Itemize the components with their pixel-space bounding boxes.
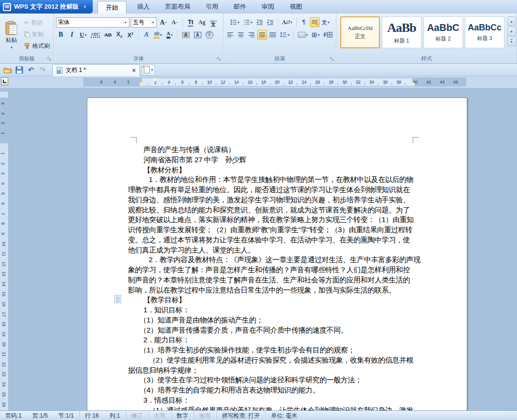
status-item[interactable]: 大写: [148, 411, 171, 420]
pinyin-guide-button[interactable]: Tt: [186, 18, 196, 28]
grow-font-button[interactable]: A+: [158, 18, 168, 28]
status-item[interactable]: 修订: [126, 411, 148, 420]
ribbon-tab[interactable]: 引用: [198, 0, 226, 14]
copy-button[interactable]: 复制: [23, 29, 52, 40]
style-card[interactable]: AaBbC 标题 2: [423, 16, 463, 48]
ribbon-tab[interactable]: 开始: [98, 1, 126, 14]
chevron-down-icon[interactable]: ▾: [238, 20, 239, 25]
ribbon-tab[interactable]: 页面布局: [157, 0, 198, 14]
numbered-list-button[interactable]: ▾: [242, 17, 254, 27]
bold-button[interactable]: B: [56, 30, 66, 40]
shrink-font-button[interactable]: A−: [170, 18, 180, 28]
align-right-button[interactable]: [247, 30, 256, 40]
format-painter-button[interactable]: 格式刷: [23, 41, 52, 51]
text-line[interactable]: 河南省洛阳市第 27 中学 孙少辉: [128, 155, 411, 165]
paragraph-layout-button[interactable]: ¶: [299, 17, 309, 27]
text-tool-button[interactable]: 文 ▾: [321, 17, 331, 27]
underline-button[interactable]: U▾: [78, 30, 88, 40]
text-line[interactable]: 更好地突破以上难点，落实新课标的精神，我在教学策略上努力实现三个转变：（1）由重…: [128, 215, 411, 225]
chevron-down-icon[interactable]: ▾: [291, 20, 293, 25]
text-line[interactable]: （1）知道声音是由物体的振动产生的；: [128, 315, 411, 325]
status-item[interactable]: 页码:1: [0, 411, 27, 420]
ribbon-tab[interactable]: 邮件: [226, 0, 254, 14]
text-line[interactable]: （3）使学生在学习过程中领悟解决问题的途径和科学研究的一般方法；: [128, 375, 411, 385]
show-hide-marks-button[interactable]: [310, 17, 320, 27]
text-line[interactable]: 1．教材的地位和作用：本节是学生接触初中物理的第一节，在教材中以及在以后的物: [128, 175, 411, 185]
horizontal-ruler[interactable]: 642 2468101214161820222426283032343638 4…: [84, 78, 466, 86]
status-item[interactable]: 列:1: [104, 411, 126, 420]
tab-stop-selector[interactable]: [1, 77, 8, 85]
style-card[interactable]: AaBbCcDd 正文: [340, 16, 380, 48]
font-color-button[interactable]: A ▾: [165, 30, 174, 40]
emphasis-mark-button[interactable]: ABC: [89, 30, 101, 40]
ribbon-tab[interactable]: 视图: [282, 0, 310, 14]
text-line[interactable]: 理教学中都具有举足轻重的地位。因此，能否通过这节课的学习让学生体会到物理知识就在: [128, 185, 411, 195]
font-size-combo[interactable]: 五号 ▾: [131, 17, 157, 28]
status-item[interactable]: 数字: [171, 411, 194, 420]
ribbon-tab[interactable]: 插入: [129, 0, 157, 14]
superscript-button[interactable]: X2: [126, 30, 135, 40]
shading-button[interactable]: ▾: [296, 30, 309, 40]
chevron-down-icon[interactable]: ▾: [84, 33, 86, 37]
ribbon-tab[interactable]: 审阅: [254, 0, 282, 14]
text-line[interactable]: （1）通过感受自然界声音的美好与有趣，让学生体会到物理知识就在我们身边，激发: [128, 406, 411, 411]
chevron-down-icon[interactable]: ▾: [151, 20, 155, 25]
font-name-combo[interactable]: 宋体 ▾: [56, 17, 129, 28]
borders-button[interactable]: ⊞ ▾: [310, 30, 321, 40]
open-button[interactable]: [2, 65, 14, 75]
text-line[interactable]: 据信息归纳科学规律；: [128, 365, 411, 376]
justify-button[interactable]: [257, 30, 267, 40]
text-line[interactable]: （2）使学生能利用常见的器材进行实验探究，会描述实验现象，收集有效的信息并根: [128, 355, 411, 365]
text-line[interactable]: 1．知识目标：: [128, 305, 411, 315]
page[interactable]: 声音的产生与传播（说课稿）河南省洛阳市第 27 中学 孙少辉【教材分析】1．教材…: [87, 98, 467, 410]
chevron-down-icon[interactable]: ▾: [84, 4, 86, 9]
text-line[interactable]: 识传授向重学生发展转变；（2）由重教师“教”向重学生“学”转变；（3）由重结果向…: [128, 225, 411, 235]
status-item[interactable]: 单位: 毫米: [265, 411, 303, 420]
phonetic-button[interactable]: wén文: [208, 18, 218, 28]
distribute-button[interactable]: [268, 30, 278, 40]
text-line[interactable]: （2）知道声音传播需要介质，声音在不同介质中传播的速度不同。: [128, 325, 411, 336]
character-border-button[interactable]: A: [193, 30, 203, 40]
style-gallery-more-button[interactable]: ▾: [507, 37, 516, 46]
style-card[interactable]: AaBbCc 标题 3: [465, 16, 504, 48]
text-effect-button[interactable]: A: [141, 30, 151, 40]
cut-button[interactable]: ✂ 剪切: [23, 17, 52, 28]
chevron-down-icon[interactable]: ▾: [160, 33, 162, 37]
chevron-down-icon[interactable]: ▾: [123, 20, 127, 25]
chevron-down-icon[interactable]: ▾: [328, 20, 330, 25]
italic-button[interactable]: I: [67, 30, 77, 40]
bullet-list-button[interactable]: ▾: [229, 17, 241, 27]
status-item[interactable]: 改写: [194, 411, 216, 420]
chevron-down-icon[interactable]: ▾: [287, 33, 289, 37]
text-line[interactable]: 2．教学内容及教材特点：《声现象》这一章主要是通过对生活、生产中丰富多彩的声现: [128, 255, 411, 265]
document-text[interactable]: 声音的产生与传播（说课稿）河南省洛阳市第 27 中学 孙少辉【教材分析】1．教材…: [128, 145, 411, 410]
text-line[interactable]: 影响，所以在教学过程中应注意结合日常生活中的一些现象，加强与实际生活的联系。: [128, 285, 411, 295]
text-line[interactable]: 变。总之，通过本节课将努力让学生在体验中学习、在活动中学习、在美的熏陶中学习，使: [128, 235, 411, 245]
increase-indent-button[interactable]: [265, 17, 275, 27]
vertical-ruler[interactable]: 4321 12345678910111213141516171819202122…: [0, 92, 9, 410]
status-item[interactable]: 节:1/1: [53, 411, 79, 420]
new-document-button[interactable]: ★ ▾: [142, 65, 155, 75]
font-dialog-launcher[interactable]: [217, 57, 222, 62]
text-line[interactable]: 声音的产生与传播（说课稿）: [128, 145, 411, 155]
strikethrough-button[interactable]: AB: [103, 30, 113, 40]
text-line[interactable]: 2．能力目标：: [128, 335, 411, 345]
decrease-indent-button[interactable]: [255, 17, 265, 27]
text-line[interactable]: 3．情感目标：: [128, 395, 411, 406]
chevron-down-icon[interactable]: ▾: [251, 20, 252, 25]
app-menu-button[interactable]: W WPS 文字 2012 抢鲜版 ▾: [0, 0, 93, 14]
align-left-button[interactable]: [225, 30, 235, 40]
align-center-button[interactable]: [236, 30, 246, 40]
subscript-button[interactable]: X2: [114, 30, 124, 40]
style-card[interactable]: AaBb 标题 1: [382, 16, 421, 48]
paste-button[interactable]: 粘贴 ▾: [2, 15, 21, 55]
text-line[interactable]: 观察比较、归纳总结的能力和探究意识、创新意识，就成为这节课首先要解决的问题。为了: [128, 205, 411, 215]
character-shading-button[interactable]: A: [181, 30, 191, 40]
document-tab[interactable]: W 文档 1 * ×: [52, 64, 140, 76]
paragraph-dialog-launcher[interactable]: [330, 57, 335, 62]
highlight-color-button[interactable]: ab ▾: [153, 30, 163, 40]
chevron-down-icon[interactable]: ▾: [151, 68, 153, 72]
table-tool-button[interactable]: F: [322, 30, 334, 40]
text-line[interactable]: （1）培养学生初步的实验操作技能，使学生初步学会有目的的观察；: [128, 345, 411, 355]
line-spacing-button[interactable]: ▾: [279, 30, 291, 40]
